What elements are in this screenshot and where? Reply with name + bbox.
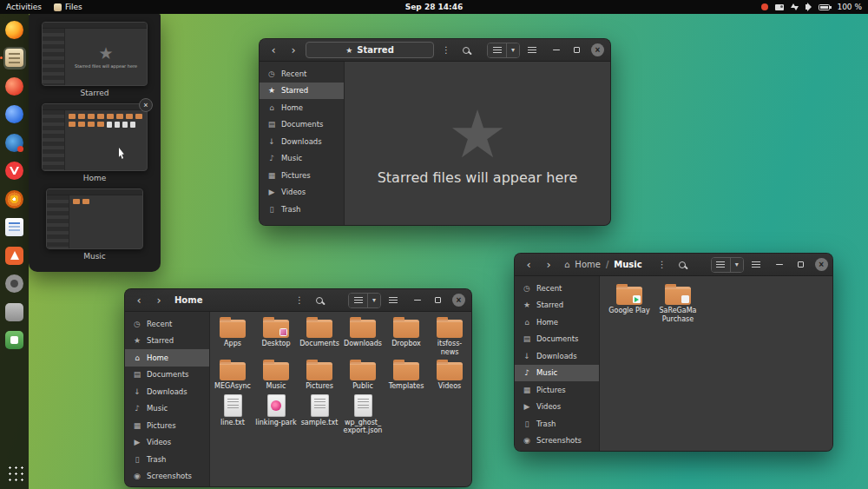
folder-apps[interactable]: Apps (211, 316, 254, 356)
dock-item-red-app[interactable] (3, 75, 26, 97)
sidebar-item-screenshots[interactable]: ◉Screenshots (515, 433, 599, 450)
view-options-button[interactable]: ▾ (367, 294, 380, 307)
folder-public[interactable]: Public (341, 359, 385, 391)
sidebar-item-home[interactable]: ⌂Home (260, 99, 344, 116)
view-options-button[interactable]: ▾ (730, 258, 743, 272)
location-menu-button[interactable]: ⋮ (438, 43, 454, 58)
sidebar-item-starred[interactable]: ★Starred (260, 83, 344, 100)
sidebar-item-starred[interactable]: ★Starred (515, 297, 599, 314)
hamburger-menu-button[interactable] (524, 43, 540, 58)
search-button[interactable] (674, 257, 690, 273)
sidebar-item-downloads[interactable]: ↓Downloads (260, 133, 344, 150)
folder-itsfoss-news[interactable]: itsfoss-news (428, 316, 471, 356)
file-line-txt[interactable]: line.txt (211, 393, 254, 435)
sidebar-item-videos[interactable]: ▶Videos (125, 434, 209, 452)
folder-google-play[interactable]: Google Play (605, 283, 654, 323)
sidebar-item-trash[interactable]: ▯Trash (125, 451, 209, 468)
minimize-button[interactable] (411, 294, 424, 307)
dock-item-vivaldi[interactable] (3, 160, 26, 182)
breadcrumb-home[interactable]: Home (575, 260, 601, 269)
dock-item-software-store[interactable] (3, 244, 26, 267)
file-wp-ghost-export-json[interactable]: wp_ghost_ export.json (341, 393, 385, 435)
dock-item-green-app[interactable] (3, 329, 26, 352)
minimize-button[interactable] (773, 258, 786, 271)
view-options-button[interactable]: ▾ (506, 43, 519, 57)
window-thumbnail-music[interactable]: Music (46, 188, 143, 261)
view-mode-button[interactable] (712, 258, 730, 272)
back-button[interactable]: ‹ (131, 293, 147, 308)
folder-downloads[interactable]: Downloads (341, 316, 385, 356)
show-applications-button[interactable] (3, 461, 26, 484)
folder-megasync[interactable]: MEGAsync (211, 359, 254, 391)
path-button[interactable]: ★ Starred (306, 42, 434, 58)
close-thumbnail-button[interactable]: × (139, 98, 153, 112)
folder-desktop[interactable]: Desktop (254, 316, 298, 356)
location-menu-button[interactable]: ⋮ (654, 257, 670, 273)
sidebar-item-pictures[interactable]: ▦Pictures (125, 417, 209, 434)
forward-button[interactable]: › (286, 43, 301, 58)
folder-documents[interactable]: Documents (298, 316, 341, 356)
view-mode-button[interactable] (488, 43, 506, 57)
close-button[interactable]: × (452, 294, 465, 307)
sidebar-item-recent[interactable]: ◷Recent (125, 315, 209, 333)
search-button[interactable] (312, 293, 327, 308)
folder-saregama-purchase[interactable]: SaReGaMa Purchase (654, 283, 702, 323)
window-thumbnail-home[interactable]: × Home (42, 103, 148, 182)
dock-item-firefox[interactable] (3, 18, 26, 41)
sidebar-item-recent[interactable]: ◷Recent (515, 280, 599, 297)
sidebar-item-music[interactable]: ♪Music (125, 400, 209, 418)
sidebar-item-starred[interactable]: ★Starred (125, 333, 209, 350)
sidebar-item-trash[interactable]: ▯Trash (515, 415, 599, 433)
dock-item-archive-app[interactable] (3, 301, 26, 323)
view-mode-button[interactable] (349, 294, 367, 307)
folder-pictures[interactable]: Pictures (298, 359, 341, 391)
close-button[interactable]: × (815, 258, 828, 271)
focused-app-menu[interactable]: Files (54, 3, 82, 11)
file-sample-txt[interactable]: sample.txt (298, 393, 341, 435)
sidebar-item-home[interactable]: ⌂Home (515, 314, 599, 331)
forward-button[interactable]: › (151, 293, 167, 308)
sidebar-item-pictures[interactable]: ▦Pictures (515, 381, 599, 399)
maximize-button[interactable] (570, 43, 583, 56)
folder-templates[interactable]: Templates (385, 359, 428, 391)
file-linking-park[interactable]: linking-park (254, 393, 298, 435)
maximize-button[interactable] (794, 258, 807, 271)
sidebar-item-documents[interactable]: ▤Documents (515, 331, 599, 348)
activities-button[interactable]: Activities (6, 3, 42, 11)
window-thumbnail-starred[interactable]: ★ Starred files will appear here Starred (42, 22, 148, 97)
sidebar-item-screenshots[interactable]: ◉Screenshots (125, 468, 209, 486)
sidebar-item-videos[interactable]: ▶Videos (515, 399, 599, 416)
close-button[interactable]: × (591, 43, 604, 56)
sidebar-item-documents[interactable]: ▤Documents (125, 367, 209, 384)
search-button[interactable] (458, 43, 474, 58)
path-button[interactable]: Home (174, 295, 202, 305)
forward-button[interactable]: › (541, 257, 556, 273)
dock-item-music-app[interactable] (3, 188, 26, 210)
sidebar-item-music[interactable]: ♪Music (260, 150, 344, 168)
minimize-button[interactable] (549, 43, 562, 56)
sidebar-item-recent[interactable]: ◷Recent (260, 65, 344, 83)
sidebar-item-trash[interactable]: ▯Trash (260, 201, 344, 218)
system-indicators[interactable]: 100 % (761, 3, 862, 11)
dock-item-files[interactable] (3, 47, 26, 69)
dock-item-settings[interactable] (3, 273, 26, 295)
hamburger-menu-button[interactable] (748, 257, 764, 273)
sidebar-item-downloads[interactable]: ↓Downloads (515, 347, 599, 365)
back-button[interactable]: ‹ (266, 43, 281, 58)
sidebar-item-pictures[interactable]: ▦Pictures (260, 167, 344, 184)
dock-item-libreoffice-writer[interactable] (3, 216, 26, 239)
location-menu-button[interactable]: ⋮ (292, 293, 307, 308)
maximize-button[interactable] (431, 294, 444, 307)
sidebar-item-home[interactable]: ⌂Home (125, 349, 209, 367)
sidebar-item-videos[interactable]: ▶Videos (260, 184, 344, 202)
sidebar-item-documents[interactable]: ▤Documents (260, 116, 344, 134)
hamburger-menu-button[interactable] (385, 293, 401, 308)
folder-dropbox[interactable]: Dropbox (385, 316, 428, 356)
breadcrumb-music[interactable]: Music (614, 260, 641, 269)
folder-videos[interactable]: Videos (428, 359, 471, 391)
folder-music[interactable]: Music (254, 359, 298, 391)
sidebar-item-downloads[interactable]: ↓Downloads (125, 383, 209, 400)
sidebar-item-music[interactable]: ♪Music (515, 365, 599, 382)
dock-item-blue-app[interactable] (3, 103, 26, 126)
dock-item-mail-app[interactable] (3, 131, 26, 154)
